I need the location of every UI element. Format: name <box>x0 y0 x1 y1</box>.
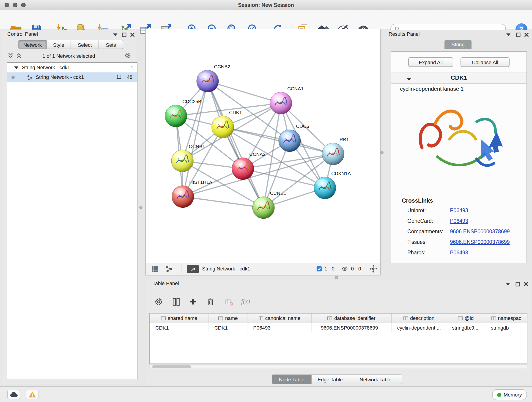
tab-select[interactable]: Select <box>71 40 99 49</box>
network-node[interactable]: CCNA1 <box>270 86 304 114</box>
collection-expander-icon[interactable] <box>13 65 19 71</box>
expand-all-networks-icon[interactable] <box>16 52 22 59</box>
delete-column-button[interactable] <box>205 296 216 307</box>
network-node[interactable]: HIST1H1A <box>172 179 212 208</box>
column-header-id[interactable]: @id <box>447 313 486 323</box>
crosslink-link[interactable]: P06493 <box>450 218 468 224</box>
panel-float-button[interactable] <box>515 32 521 38</box>
column-header-database-identifier[interactable]: database identifier <box>312 313 392 323</box>
table-row[interactable]: CDK1 CDK1 P06493 9606.ENSP00000378699 cy… <box>150 323 527 332</box>
gene-section-header[interactable]: CDK1 <box>391 72 526 84</box>
table-horizontal-scrollbar[interactable] <box>149 364 527 369</box>
column-header-namespace[interactable]: namespac <box>485 313 527 323</box>
column-header-label: namespac <box>498 315 521 321</box>
table-panel: Table Panel f(x) shared name name canoni… <box>147 280 530 385</box>
detach-view-button[interactable] <box>187 265 199 273</box>
scrollbar-thumb[interactable] <box>152 365 191 368</box>
expand-all-button[interactable]: Expand All <box>408 57 453 67</box>
warnings-button[interactable] <box>26 390 38 399</box>
vertical-splitter-handle[interactable] <box>380 151 384 154</box>
horizontal-splitter-handle[interactable] <box>335 276 338 279</box>
column-header-name[interactable]: name <box>209 313 248 323</box>
tab-string[interactable]: String <box>444 40 472 49</box>
panel-close-button[interactable] <box>523 32 530 38</box>
crosslink-link[interactable]: P06493 <box>450 250 468 255</box>
network-overview-button[interactable] <box>165 265 173 273</box>
panel-menu-button[interactable] <box>505 32 511 38</box>
cell-description: cyclin-dependent ... <box>392 323 446 332</box>
cloud-icon <box>9 392 18 397</box>
column-header-label: @id <box>465 315 474 321</box>
zoom-window-button[interactable] <box>21 3 26 7</box>
results-panel-title: Results Panel <box>389 31 420 37</box>
network-node[interactable]: CDKN1A <box>314 171 351 199</box>
network-row[interactable]: String Network - cdk1 11 48 <box>7 72 137 82</box>
tab-network-table[interactable]: Network Table <box>349 375 402 384</box>
tab-edge-table[interactable]: Edge Table <box>312 375 349 384</box>
network-node[interactable]: CCNB2 <box>196 64 230 92</box>
column-type-icon <box>403 316 408 321</box>
panel-close-button[interactable] <box>523 281 529 287</box>
tab-style[interactable]: Style <box>47 40 71 49</box>
column-header-canonical-name[interactable]: canonical name <box>248 313 312 323</box>
crosslink-link[interactable]: P06493 <box>450 208 468 213</box>
network-node[interactable]: CDC25B <box>165 99 201 127</box>
network-edge[interactable] <box>208 81 281 103</box>
network-edge[interactable] <box>223 127 333 154</box>
panel-close-button[interactable] <box>129 32 136 38</box>
network-node-label: CCNA2 <box>249 152 266 157</box>
minimize-window-button[interactable] <box>13 3 17 7</box>
network-edge[interactable] <box>208 81 264 208</box>
network-canvas[interactable]: CCNB2CCNA1CDC25BCDK1CDC6RB1CCNB1CCNA2CDK… <box>145 29 381 263</box>
panel-float-button[interactable] <box>121 32 127 38</box>
network-node-label: HIST1H1A <box>189 179 212 185</box>
collapse-all-button[interactable]: Collapse All <box>461 57 510 67</box>
panel-menu-button[interactable] <box>112 32 118 38</box>
table-header-row: shared name name canonical name database… <box>150 313 527 323</box>
selected-count: 1 - 0 <box>324 263 335 274</box>
pan-mode-button[interactable] <box>369 265 377 273</box>
table-panel-title: Table Panel <box>152 281 179 286</box>
control-panel: Control Panel Network Style Select Sets … <box>2 30 136 384</box>
show-columns-button[interactable] <box>171 296 181 307</box>
cloud-button[interactable] <box>7 390 20 399</box>
network-node[interactable]: RB1 <box>322 137 349 165</box>
network-node[interactable]: CDK1 <box>212 110 242 138</box>
crosslink-label: Pharos: <box>407 250 425 255</box>
crosslink-row: Compartments: 9606.ENSP00000378699 <box>391 229 526 239</box>
birds-eye-view-button[interactable] <box>151 265 158 273</box>
section-expander-icon[interactable] <box>405 76 412 83</box>
network-collection-row[interactable]: String Network - cdk1 1 <box>7 63 137 72</box>
network-edge[interactable] <box>183 154 333 197</box>
network-edge[interactable] <box>183 197 264 208</box>
network-node-count: 11 <box>116 72 121 82</box>
application-window: Session: New Session <box>0 0 532 402</box>
hidden-eye-icon[interactable] <box>341 266 348 272</box>
tab-network[interactable]: Network <box>18 40 47 49</box>
crosslink-label: GeneCard: <box>407 218 433 224</box>
close-window-button[interactable] <box>5 3 9 7</box>
table-settings-gear-button[interactable] <box>153 296 164 307</box>
column-header-label: name <box>225 315 238 321</box>
column-header-shared-name[interactable]: shared name <box>150 313 209 323</box>
panel-menu-button[interactable] <box>505 281 511 287</box>
selected-checkbox-icon[interactable] <box>316 266 322 272</box>
tab-sets[interactable]: Sets <box>99 40 123 49</box>
memory-button[interactable]: Memory <box>492 389 527 400</box>
vertical-splitter-handle[interactable] <box>139 206 143 209</box>
crosslinks-heading: CrossLinks <box>402 198 433 204</box>
tab-node-table[interactable]: Node Table <box>272 375 312 384</box>
network-edge-count: 48 <box>127 72 133 82</box>
create-column-button[interactable] <box>187 296 198 307</box>
network-options-gear-icon[interactable] <box>125 52 131 59</box>
network-view-toolbar: String Network - cdk1 1 - 0 0 - 0 <box>145 263 381 275</box>
crosslink-link[interactable]: 9606.ENSP00000378699 <box>450 239 510 245</box>
network-node-label: CCNE1 <box>270 191 286 196</box>
cell-database-identifier: 9606.ENSP00000378699 <box>312 323 392 332</box>
crosslink-label: Tissues: <box>407 239 427 245</box>
column-header-description[interactable]: description <box>392 313 446 323</box>
results-panel-header: Results Panel <box>383 30 530 38</box>
collapse-all-networks-icon[interactable] <box>7 52 14 59</box>
crosslink-link[interactable]: 9606.ENSP00000378699 <box>450 229 510 234</box>
panel-float-button[interactable] <box>515 281 521 287</box>
